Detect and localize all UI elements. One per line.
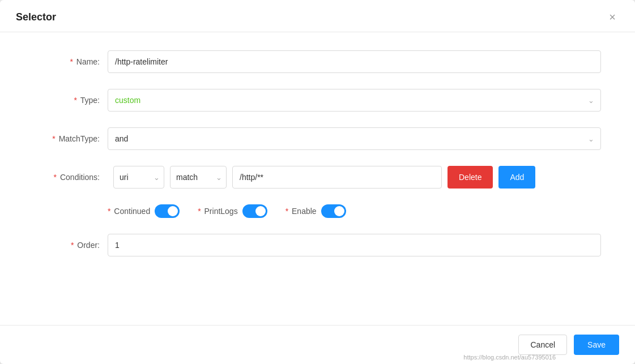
condition-value-input[interactable] xyxy=(232,166,442,189)
delete-button[interactable]: Delete xyxy=(448,166,493,189)
conditions-required-star: * xyxy=(54,173,59,182)
printlogs-toggle-group: * PrintLogs xyxy=(198,204,267,218)
cancel-button[interactable]: Cancel xyxy=(518,335,567,355)
order-label: * Order: xyxy=(34,241,108,250)
toggle-row: * Continued * PrintLogs xyxy=(34,204,601,218)
continued-label: * Continued xyxy=(108,207,150,216)
continued-slider xyxy=(155,204,180,218)
printlogs-label: * PrintLogs xyxy=(198,207,238,216)
enable-toggle-group: * Enable xyxy=(285,204,346,218)
order-required-star: * xyxy=(71,241,76,250)
name-input[interactable] xyxy=(108,50,601,73)
condition-match-select[interactable]: match exact prefix regex xyxy=(170,166,227,189)
dialog-body: * Name: * Type: custom prefix exact rege… xyxy=(0,32,635,325)
save-button[interactable]: Save xyxy=(574,335,619,355)
type-label: * Type: xyxy=(34,96,108,105)
selector-dialog: Selector × * Name: * Type: custom prefix… xyxy=(0,0,635,364)
conditions-label: * Conditions: xyxy=(34,173,108,182)
matchtype-row: * MatchType: and or ⌄ xyxy=(34,127,601,150)
condition-field-wrapper: uri host method header ⌄ xyxy=(113,166,164,189)
printlogs-slider xyxy=(242,204,267,218)
watermark-text: https://blog.csdn.net/au57395016 xyxy=(463,354,556,361)
condition-match-wrapper: match exact prefix regex ⌄ xyxy=(170,166,227,189)
name-row: * Name: xyxy=(34,50,601,73)
type-required-star: * xyxy=(74,96,79,105)
matchtype-required-star: * xyxy=(52,134,57,143)
matchtype-select[interactable]: and or xyxy=(108,127,601,150)
type-select[interactable]: custom prefix exact regex xyxy=(108,89,601,112)
continued-toggle[interactable] xyxy=(155,204,180,218)
condition-field-select[interactable]: uri host method header xyxy=(113,166,164,189)
matchtype-select-wrapper: and or ⌄ xyxy=(108,127,601,150)
enable-label: * Enable xyxy=(285,207,317,216)
name-required-star: * xyxy=(70,57,75,66)
continued-toggle-group: * Continued xyxy=(108,204,180,218)
add-button[interactable]: Add xyxy=(498,166,535,189)
type-row: * Type: custom prefix exact regex ⌄ xyxy=(34,89,601,112)
printlogs-toggle[interactable] xyxy=(242,204,267,218)
matchtype-label: * MatchType: xyxy=(34,134,108,143)
name-label: * Name: xyxy=(34,57,108,66)
conditions-row: * Conditions: uri host method header ⌄ m… xyxy=(34,166,601,189)
order-row: * Order: xyxy=(34,234,601,256)
order-input[interactable] xyxy=(108,234,601,256)
dialog-header: Selector × xyxy=(0,0,635,32)
enable-slider xyxy=(321,204,346,218)
dialog-title: Selector xyxy=(16,11,56,23)
enable-toggle[interactable] xyxy=(321,204,346,218)
type-select-wrapper: custom prefix exact regex ⌄ xyxy=(108,89,601,112)
close-button[interactable]: × xyxy=(606,10,619,24)
